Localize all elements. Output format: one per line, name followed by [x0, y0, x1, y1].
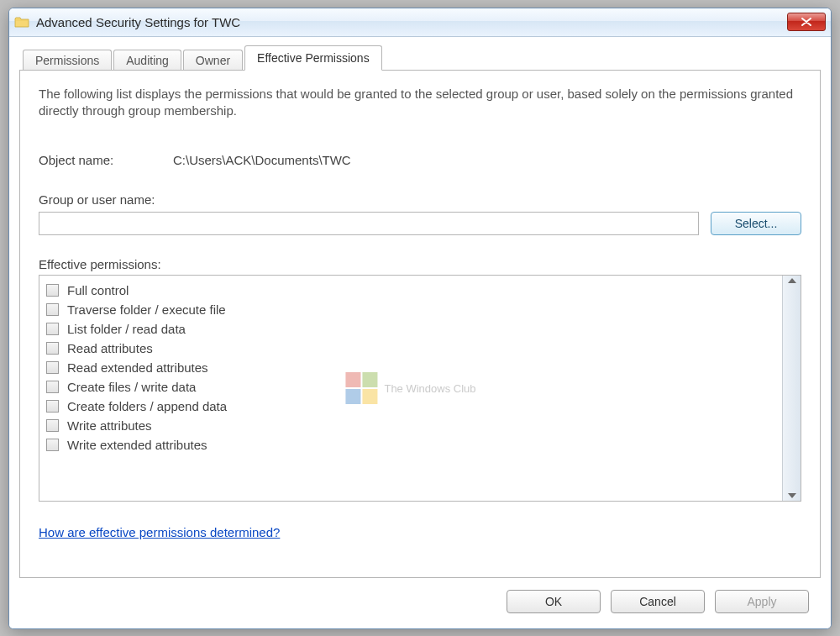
apply-button: Apply [715, 590, 809, 613]
close-button[interactable] [787, 13, 826, 31]
object-name-row: Object name: C:\Users\ACK\Documents\TWC [39, 153, 801, 167]
tab-auditing[interactable]: Auditing [113, 50, 181, 71]
permission-checkbox [46, 439, 59, 451]
object-name-value: C:\Users\ACK\Documents\TWC [173, 153, 351, 167]
permission-label: Read attributes [67, 341, 153, 355]
dialog-button-bar: OK Cancel Apply [19, 578, 821, 618]
select-button[interactable]: Select... [711, 212, 801, 235]
permission-checkbox [46, 284, 59, 297]
permission-checkbox [46, 323, 59, 335]
permission-checkbox [46, 342, 59, 355]
permission-label: List folder / read data [67, 322, 186, 336]
dialog-window: Advanced Security Settings for TWC Permi… [8, 8, 832, 629]
permission-row: Read attributes [46, 339, 775, 358]
scroll-up-icon[interactable] [788, 278, 796, 283]
tab-effective-permissions[interactable]: Effective Permissions [244, 45, 382, 71]
permission-label: Write attributes [67, 418, 152, 433]
description-text: The following list displays the permissi… [39, 86, 801, 120]
tabstrip: Permissions Auditing Owner Effective Per… [19, 45, 821, 71]
scroll-down-icon[interactable] [788, 493, 796, 498]
permission-row: Write extended attributes [46, 435, 775, 455]
permission-row: Write attributes [46, 416, 775, 435]
permission-label: Create folders / append data [67, 399, 227, 413]
client-area: Permissions Auditing Owner Effective Per… [9, 37, 831, 628]
tab-permissions[interactable]: Permissions [23, 50, 112, 71]
close-icon [801, 18, 811, 26]
permission-label: Traverse folder / execute file [67, 302, 226, 317]
tabpanel-effective-permissions: The following list displays the permissi… [19, 70, 821, 578]
tab-owner[interactable]: Owner [183, 50, 243, 71]
permission-label: Full control [67, 283, 129, 297]
permission-row: Traverse folder / execute file [46, 300, 775, 319]
permission-checkbox [46, 361, 59, 374]
permission-checkbox [46, 419, 59, 432]
effective-permissions-label: Effective permissions: [39, 257, 801, 271]
permissions-listbox-content: The Windows Club Full controlTraverse fo… [39, 276, 782, 501]
window-title: Advanced Security Settings for TWC [36, 15, 787, 29]
cancel-button[interactable]: Cancel [611, 590, 705, 613]
help-link[interactable]: How are effective permissions determined… [39, 525, 280, 539]
group-user-label: Group or user name: [39, 192, 801, 207]
permission-row: Create files / write data [46, 377, 775, 397]
ok-button[interactable]: OK [507, 590, 601, 613]
permission-row: Read extended attributes [46, 358, 775, 377]
permissions-listbox[interactable]: The Windows Club Full controlTraverse fo… [39, 275, 801, 502]
permission-label: Create files / write data [67, 380, 196, 394]
permission-row: Full control [46, 281, 775, 300]
object-name-label: Object name: [39, 153, 173, 167]
folder-icon [14, 14, 29, 29]
permission-checkbox [46, 381, 59, 393]
listbox-scrollbar[interactable] [782, 276, 801, 501]
permission-label: Write extended attributes [67, 438, 207, 452]
group-user-input[interactable] [39, 212, 699, 235]
titlebar[interactable]: Advanced Security Settings for TWC [9, 8, 831, 37]
permission-checkbox [46, 400, 59, 413]
group-user-row: Select... [39, 212, 801, 235]
permission-label: Read extended attributes [67, 360, 208, 375]
permission-row: Create folders / append data [46, 397, 775, 416]
permission-checkbox [46, 303, 59, 316]
permission-row: List folder / read data [46, 319, 775, 339]
